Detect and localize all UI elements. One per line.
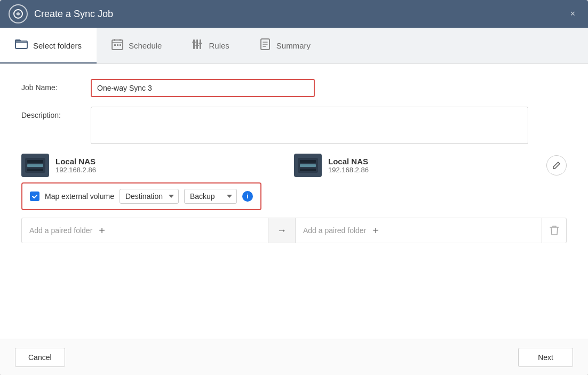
info-badge[interactable]: i [242, 191, 253, 202]
job-name-control [91, 79, 315, 97]
next-button[interactable]: Next [518, 348, 573, 367]
step-summary[interactable]: Summary [244, 28, 325, 63]
job-name-input[interactable] [91, 79, 315, 97]
job-name-label: Job Name: [21, 79, 91, 92]
right-folder-cell: Add a paired folder + [296, 218, 542, 243]
schedule-icon [112, 38, 123, 53]
nas-slot-3 [27, 169, 43, 171]
wizard-steps: Select folders Schedule [0, 28, 588, 64]
step-select-folders[interactable]: Select folders [0, 28, 97, 63]
footer: Cancel Next [0, 339, 588, 375]
svg-rect-10 [200, 39, 201, 49]
cancel-button[interactable]: Cancel [15, 348, 65, 367]
nas-slot-1 [27, 160, 43, 163]
source-nas-panel: Local NAS 192.168.2.86 [21, 154, 294, 177]
source-nas-icon [21, 154, 49, 177]
arrow-icon: → [277, 225, 287, 236]
step-select-folders-label: Select folders [33, 41, 82, 50]
svg-rect-11 [192, 42, 196, 43]
volume-select[interactable]: Backup Volume 1 Volume 2 [184, 189, 237, 204]
folder-arrow-divider: → [268, 218, 296, 243]
dest-nas-slot-2 [300, 164, 316, 167]
svg-rect-4 [120, 39, 121, 41]
close-button[interactable]: × [566, 7, 579, 21]
map-external-label: Map external volume [45, 192, 114, 201]
step-rules-label: Rules [209, 41, 229, 50]
dest-edit-button[interactable] [546, 155, 567, 175]
form-content: Job Name: Description: [0, 64, 588, 339]
svg-rect-1 [15, 41, 27, 49]
dest-nas-ip: 192.168.2.86 [328, 166, 369, 174]
delete-pair-button[interactable] [542, 218, 566, 243]
select-folders-icon [15, 38, 28, 53]
dest-nas-slot-3 [300, 169, 316, 171]
map-external-row: Map external volume Destination Source B… [21, 182, 261, 210]
source-nas-ip: 192.168.2.86 [55, 166, 96, 174]
destination-nas-panel: Local NAS 192.168.2.86 [294, 154, 567, 177]
right-add-folder-label: Add a paired folder [303, 226, 366, 235]
app-icon [9, 4, 28, 23]
title-bar: Create a Sync Job × [0, 0, 588, 28]
step-schedule[interactable]: Schedule [97, 28, 177, 63]
step-summary-label: Summary [276, 41, 311, 50]
rules-icon [192, 38, 203, 53]
description-row: Description: [21, 107, 567, 144]
nas-body [25, 158, 45, 173]
destination-select[interactable]: Destination Source [120, 189, 179, 204]
dest-nas-info: Local NAS 192.168.2.86 [328, 157, 369, 174]
create-sync-job-dialog: Create a Sync Job × Select folders [0, 0, 588, 375]
svg-rect-12 [195, 45, 199, 46]
svg-rect-8 [193, 39, 195, 49]
dest-nas-body [298, 158, 318, 173]
svg-rect-5 [114, 44, 116, 46]
edit-icon [552, 161, 561, 170]
source-nas-info: Local NAS 192.168.2.86 [55, 157, 96, 174]
description-label: Description: [21, 107, 91, 119]
source-nas-name: Local NAS [55, 157, 96, 166]
nas-section: Local NAS 192.168.2.86 Local NAS 192.168… [21, 154, 567, 177]
job-name-row: Job Name: [21, 79, 567, 97]
left-folder-cell: Add a paired folder + [22, 218, 268, 243]
left-add-folder-label: Add a paired folder [29, 226, 92, 235]
svg-rect-6 [117, 44, 118, 46]
dest-nas-name: Local NAS [328, 157, 369, 166]
description-input[interactable] [91, 107, 528, 144]
nas-slot-2 [27, 164, 43, 167]
step-schedule-label: Schedule [129, 41, 162, 50]
paired-folder-row: Add a paired folder + → Add a paired fol… [21, 218, 567, 243]
right-add-folder-button[interactable]: + [370, 225, 381, 237]
map-external-checkbox[interactable] [30, 192, 39, 201]
svg-rect-3 [114, 39, 115, 41]
step-rules[interactable]: Rules [177, 28, 244, 63]
svg-rect-13 [198, 43, 202, 44]
svg-rect-7 [120, 44, 121, 46]
summary-icon [259, 38, 271, 53]
dest-nas-icon [294, 154, 322, 177]
dest-nas-slot-1 [300, 160, 316, 163]
left-add-folder-button[interactable]: + [97, 225, 107, 237]
dialog-title: Create a Sync Job [34, 9, 113, 20]
svg-rect-9 [196, 39, 198, 49]
